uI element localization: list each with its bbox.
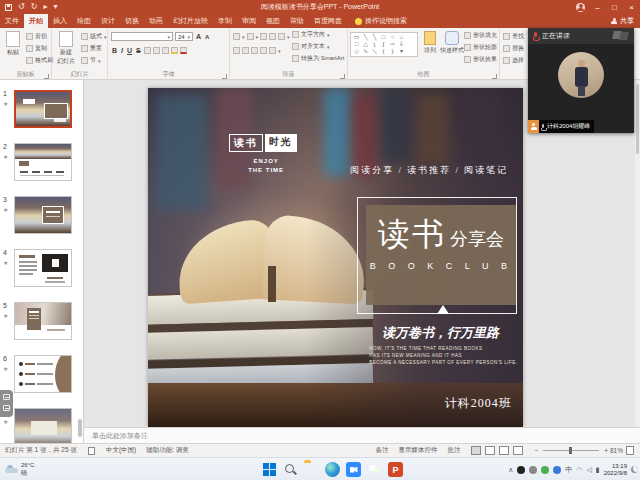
editor-scrollbar[interactable]: [635, 80, 640, 427]
slide-thumbnail-5[interactable]: [14, 302, 72, 340]
tab-baidu-netdisk[interactable]: 百度网盘: [309, 14, 347, 28]
slideshow-view-icon[interactable]: [513, 446, 523, 455]
format-painter-button[interactable]: 格式刷: [26, 56, 53, 65]
paste-button[interactable]: 粘贴: [1, 31, 25, 57]
copy-button[interactable]: 复制: [26, 44, 47, 53]
notes-toggle-button[interactable]: 备注: [370, 446, 393, 455]
wifi-icon[interactable]: ◠: [576, 466, 582, 474]
underline-button[interactable]: U: [126, 47, 133, 54]
notes-pane[interactable]: 单击此处添加备注: [84, 427, 640, 443]
green-tray-icon[interactable]: [541, 466, 549, 474]
paragraph-dialog-launcher[interactable]: [340, 74, 345, 79]
align-text-button[interactable]: 对齐文本▾: [292, 42, 330, 51]
powerpoint-taskbar-icon[interactable]: P: [388, 462, 403, 477]
character-spacing-icon[interactable]: [153, 47, 160, 54]
tab-transitions[interactable]: 切换: [120, 14, 144, 28]
cut-button[interactable]: 剪切: [26, 32, 47, 41]
new-slide-button[interactable]: 新建 幻灯片: [54, 31, 78, 66]
grow-font-icon[interactable]: A: [195, 33, 202, 40]
ime-indicator[interactable]: 中: [565, 466, 572, 474]
shape-fill-button[interactable]: 形状填充: [464, 31, 497, 40]
slide-thumbnail-1[interactable]: [14, 90, 72, 128]
close-button[interactable]: ×: [623, 0, 640, 14]
reading-view-icon[interactable]: [499, 446, 509, 455]
tellme-search[interactable]: 操作说明搜索: [365, 14, 407, 28]
battery-icon[interactable]: ▮: [596, 466, 600, 474]
select-button[interactable]: 选择: [503, 56, 524, 65]
qq-tray-icon[interactable]: [517, 466, 525, 474]
tray-expand-icon[interactable]: ∧: [508, 466, 513, 474]
shape-outline-button[interactable]: 形状轮廓: [464, 43, 497, 52]
meeting-float-widget[interactable]: [0, 390, 13, 417]
taskbar-clock[interactable]: 13:19 2022/9/8: [604, 463, 627, 477]
italic-button[interactable]: I: [120, 47, 124, 54]
slide-thumbnail-panel[interactable]: 1 ★ 2 ★ 3 ★: [0, 80, 84, 443]
meeting-overlay[interactable]: 正在讲课 计科2004胡耀峰: [528, 28, 634, 133]
shapes-gallery[interactable]: ▭╲╲□○⌂ □△ʅʃ⇨⇩ ◇∿＼{}▾: [350, 32, 418, 57]
zoom-control[interactable]: − + 81%: [529, 446, 640, 455]
blue-tray-icon[interactable]: [553, 466, 561, 474]
slide-thumbnail-7[interactable]: [14, 408, 72, 443]
edge-browser-icon[interactable]: [325, 462, 340, 477]
numbering-icon[interactable]: [247, 33, 254, 40]
tab-insert[interactable]: 插入: [48, 14, 72, 28]
drawing-dialog-launcher[interactable]: [492, 74, 497, 79]
slideshow-icon[interactable]: ▸: [43, 3, 47, 11]
line-spacing-icon[interactable]: [278, 33, 285, 40]
tab-slideshow[interactable]: 幻灯片放映: [168, 14, 213, 28]
slide-canvas[interactable]: 读书 时光 ENJOY THE TIME 阅读分享 / 读书推荐 / 阅读笔记 …: [148, 88, 523, 427]
change-case-icon[interactable]: [162, 47, 169, 54]
zoom-out-icon[interactable]: −: [534, 447, 538, 454]
tab-view[interactable]: 视图: [261, 14, 285, 28]
account-icon[interactable]: [576, 3, 585, 12]
zoom-in-icon[interactable]: +: [604, 447, 608, 454]
thumbnail-scrollbar[interactable]: [78, 419, 82, 437]
volume-icon[interactable]: ◁: [586, 466, 591, 474]
weather-widget[interactable]: 26°C 晴: [5, 461, 34, 477]
font-dialog-launcher[interactable]: [222, 74, 227, 79]
section-button[interactable]: 节▾: [81, 56, 101, 65]
reset-button[interactable]: 重置: [81, 44, 102, 53]
highlight-color-icon[interactable]: [171, 47, 178, 54]
slide-sorter-view-icon[interactable]: [485, 446, 495, 455]
participant-video-tile[interactable]: 计科2004胡耀峰: [528, 44, 634, 133]
tab-design[interactable]: 设计: [96, 14, 120, 28]
text-direction-button[interactable]: 文字方向▾: [292, 30, 330, 39]
qat-customize-icon[interactable]: ▾: [53, 3, 57, 11]
align-center-icon[interactable]: [242, 47, 249, 54]
language-indicator[interactable]: 中文(中国): [101, 446, 141, 455]
tab-draw[interactable]: 绘图: [72, 14, 96, 28]
slide-thumbnail-2[interactable]: [14, 143, 72, 181]
meeting-titlebar[interactable]: 正在讲课: [528, 28, 634, 44]
zoom-slider[interactable]: [543, 450, 599, 451]
accessibility-status[interactable]: 辅助功能: 调查: [141, 446, 194, 455]
font-name-combo[interactable]: ▾: [111, 32, 173, 41]
font-size-combo[interactable]: 24▾: [175, 32, 193, 41]
slide-thumbnail-4[interactable]: [14, 249, 72, 287]
clipboard-dialog-launcher[interactable]: [44, 74, 49, 79]
replace-button[interactable]: 替换: [503, 44, 524, 53]
normal-view-icon[interactable]: [471, 446, 481, 455]
zoom-percentage[interactable]: 81%: [610, 447, 623, 454]
justify-icon[interactable]: [260, 47, 267, 54]
do-not-disturb-moon-icon[interactable]: [631, 466, 638, 473]
smartart-button[interactable]: 转换为 SmartArt: [292, 54, 344, 63]
increase-indent-icon[interactable]: [269, 33, 276, 40]
title-box[interactable]: 读书 分享会 B O O K C L U B: [366, 205, 517, 305]
minimize-button[interactable]: –: [589, 0, 606, 14]
find-button[interactable]: 查找: [503, 32, 524, 41]
tencent-meeting-icon[interactable]: [346, 462, 361, 477]
decrease-indent-icon[interactable]: [260, 33, 267, 40]
spellcheck-icon[interactable]: [82, 447, 101, 455]
shape-effects-button[interactable]: 形状效果: [464, 55, 497, 64]
arrange-button[interactable]: 排列: [420, 31, 440, 55]
comments-button[interactable]: 批注: [442, 446, 465, 455]
align-right-icon[interactable]: [251, 47, 258, 54]
layout-button[interactable]: 版式▾: [81, 32, 107, 41]
maximize-button[interactable]: □: [606, 0, 623, 14]
font-color-icon[interactable]: [180, 47, 187, 54]
fit-to-window-icon[interactable]: [626, 446, 634, 455]
strikethrough-button[interactable]: S: [135, 47, 142, 54]
undo-icon[interactable]: ↺: [18, 3, 25, 11]
tray-app-icon[interactable]: [529, 466, 537, 474]
